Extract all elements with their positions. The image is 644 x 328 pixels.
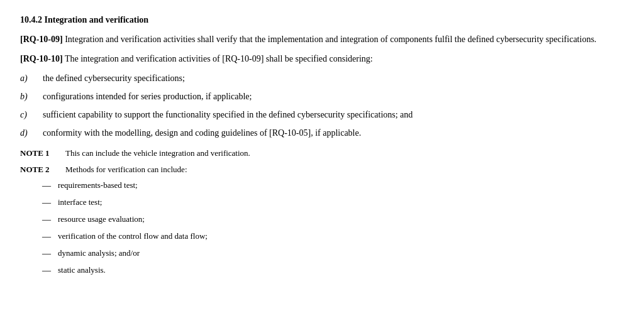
dash-item-4: — verification of the control flow and d… [35,230,624,243]
note1-text: This can include the vehicle integration… [65,147,624,160]
dash-symbol-4: — [35,230,58,243]
dash-symbol-1: — [35,179,58,192]
dash-item-1: — requirements-based test; [35,179,624,192]
note2: NOTE 2 Methods for verification can incl… [20,163,624,176]
dash-item-6: — static analysis. [35,264,624,277]
paragraph-rq1010: [RQ-10-10] The integration and verificat… [20,52,624,65]
list-content-d: conformity with the modelling, design an… [43,126,624,139]
list-item-a: a) the defined cybersecurity specificati… [20,72,624,85]
dash-text-6: static analysis. [58,264,624,277]
dash-text-5: dynamic analysis; and/or [58,247,624,260]
rq1009-label: [RQ-10-09] [20,35,63,44]
list-item-c: c) sufficient capability to support the … [20,108,624,121]
list-item-b: b) configurations intended for series pr… [20,90,624,103]
dash-symbol-2: — [35,196,58,209]
note1: NOTE 1 This can include the vehicle inte… [20,147,624,160]
paragraph-rq1009: [RQ-10-09] Integration and verification … [20,33,624,46]
dash-text-4: verification of the control flow and dat… [58,230,624,243]
note1-label: NOTE 1 [20,147,65,160]
dash-text-3: resource usage evaluation; [58,213,624,226]
section-title: 10.4.2 Integration and verification [20,15,624,25]
list-container: a) the defined cybersecurity specificati… [20,72,624,139]
notes-container: NOTE 1 This can include the vehicle inte… [20,147,624,175]
dash-symbol-3: — [35,213,58,226]
list-label-c: c) [20,108,43,121]
rq1010-label: [RQ-10-10] [20,54,63,63]
list-label-d: d) [20,126,43,139]
list-label-b: b) [20,90,43,103]
dash-symbol-5: — [35,247,58,260]
dash-list: — requirements-based test; — interface t… [20,179,624,277]
note2-text: Methods for verification can include: [65,163,624,176]
dash-item-5: — dynamic analysis; and/or [35,247,624,260]
list-label-a: a) [20,72,43,85]
dash-symbol-6: — [35,264,58,277]
dash-text-2: interface test; [58,196,624,209]
section-container: 10.4.2 Integration and verification [RQ-… [20,15,624,277]
list-content-a: the defined cybersecurity specifications… [43,72,624,85]
list-content-c: sufficient capability to support the fun… [43,108,624,121]
rq1009-text: Integration and verification activities … [65,35,596,44]
rq1010-text: The integration and verification activit… [65,54,373,63]
dash-item-3: — resource usage evaluation; [35,213,624,226]
list-content-b: configurations intended for series produ… [43,90,624,103]
list-item-d: d) conformity with the modelling, design… [20,126,624,139]
dash-item-2: — interface test; [35,196,624,209]
dash-text-1: requirements-based test; [58,179,624,192]
note2-label: NOTE 2 [20,163,65,176]
